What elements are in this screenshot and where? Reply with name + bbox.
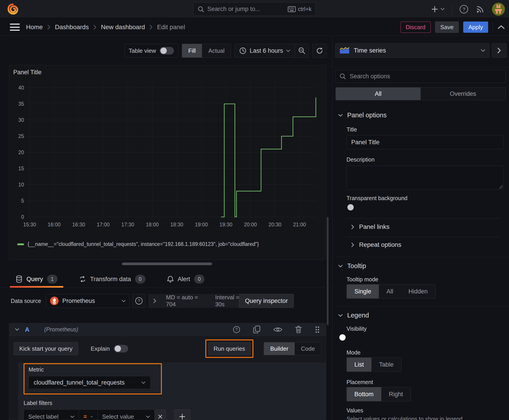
panel-options-heading[interactable]: Panel options — [338, 112, 387, 119]
breadcrumb-dashboards[interactable]: Dashboards — [55, 23, 89, 31]
add-filter-button[interactable] — [174, 409, 190, 420]
apply-button[interactable]: Apply — [463, 22, 488, 33]
visualization-select[interactable]: Time series — [335, 43, 489, 58]
panel-options-title: Panel options — [347, 112, 387, 119]
query-help-icon[interactable]: ? — [233, 326, 241, 334]
user-avatar[interactable] — [492, 3, 505, 16]
svg-text:21:00: 21:00 — [293, 222, 306, 227]
grafana-logo-icon[interactable] — [7, 3, 19, 15]
repeat-options-label: Repeat options — [359, 241, 401, 248]
news-rss-icon[interactable] — [476, 5, 485, 14]
breadcrumb-home[interactable]: Home — [26, 23, 43, 31]
tab-alert-count: 0 — [194, 275, 205, 284]
tab-alert[interactable]: Alert 0 — [167, 271, 205, 287]
query-a-header[interactable]: A (Prometheus) ? — [9, 323, 326, 336]
svg-text:16:00: 16:00 — [48, 222, 61, 227]
global-search-input[interactable]: Search or jump to... ctrl+k — [193, 2, 316, 16]
panel-title-input[interactable] — [347, 135, 504, 149]
discard-button[interactable]: Discard — [401, 22, 431, 33]
duplicate-query-icon[interactable] — [253, 326, 261, 334]
code-option[interactable]: Code — [295, 342, 321, 355]
kick-start-button[interactable]: Kick start your query — [14, 342, 78, 355]
metric-select[interactable]: cloudflared_tunnel_total_requests — [29, 376, 151, 389]
time-series-chart[interactable]: 051015202530354015:3016:0016:3017:0017:3… — [9, 78, 326, 239]
divider — [332, 257, 509, 257]
new-menu-button[interactable] — [431, 6, 445, 13]
svg-text:?: ? — [138, 298, 140, 303]
datasource-select[interactable]: Prometheus — [46, 294, 129, 308]
svg-text:20:00: 20:00 — [244, 222, 257, 227]
panel-resize-handle[interactable] — [122, 262, 212, 265]
keyboard-shortcut-hint: ctrl+k — [288, 6, 311, 12]
chevron-right-icon — [153, 298, 156, 303]
edit-panel-main: Table view Fill Actual Last 6 hours — [0, 36, 332, 420]
search-options-placeholder: Search options — [350, 73, 390, 80]
tab-transform-data[interactable]: Transform data 0 — [79, 271, 145, 287]
search-icon — [198, 6, 204, 13]
chevron-down-icon — [441, 8, 445, 10]
panel-links-section[interactable]: Panel links — [351, 223, 389, 230]
hide-response-eye-icon[interactable] — [273, 326, 282, 333]
panel-links-label: Panel links — [359, 223, 389, 230]
svg-text:20:30: 20:30 — [268, 222, 281, 227]
legend-placement-right-option[interactable]: Right — [381, 387, 411, 401]
query-editor-body: Kick start your query Explain Run querie… — [9, 336, 326, 420]
operator-dropdown[interactable]: = — [79, 409, 98, 420]
query-inspector-button[interactable]: Query inspector — [239, 294, 294, 308]
refresh-icon — [316, 47, 323, 54]
tooltip-single-option[interactable]: Single — [347, 285, 379, 298]
legend-heading[interactable]: Legend — [338, 312, 369, 319]
legend-placement-bottom-option[interactable]: Bottom — [347, 387, 381, 401]
time-series-viz-icon — [339, 47, 350, 54]
legend-mode-segmented: List Table — [347, 357, 402, 372]
tooltip-hidden-option[interactable]: Hidden — [401, 285, 435, 298]
select-value-dropdown[interactable]: Select value — [97, 409, 155, 420]
tab-overrides[interactable]: Overrides — [421, 88, 505, 100]
fill-option[interactable]: Fill — [182, 44, 202, 57]
values-label: Values — [347, 407, 363, 414]
chevron-down-icon — [338, 114, 343, 117]
chart-legend[interactable]: {__name__="cloudflared_tunnel_total_requ… — [17, 241, 259, 247]
help-icon[interactable]: ? — [459, 5, 469, 14]
time-range-button[interactable]: Last 6 hours — [235, 47, 295, 54]
database-icon — [16, 275, 23, 283]
query-options-summary[interactable]: MD = auto = 704 Interval = 30s — [148, 294, 253, 308]
explain-toggle[interactable] — [114, 345, 128, 352]
refresh-button[interactable] — [312, 44, 327, 58]
tab-query[interactable]: Query 1 — [16, 271, 57, 287]
chevron-up-icon[interactable] — [497, 25, 505, 29]
repeat-options-section[interactable]: Repeat options — [351, 241, 401, 248]
tooltip-heading[interactable]: Tooltip — [338, 262, 366, 270]
remove-query-trash-icon[interactable] — [295, 326, 302, 334]
toggle-viz-picker-button[interactable] — [492, 43, 507, 58]
builder-option[interactable]: Builder — [264, 342, 295, 355]
menu-toggle-icon[interactable] — [10, 23, 20, 31]
select-label-dropdown[interactable]: Select label — [23, 409, 79, 420]
tab-transform-count: 0 — [135, 275, 145, 284]
actual-option[interactable]: Actual — [202, 44, 231, 57]
plus-icon — [179, 413, 185, 420]
legend-mode-list-option[interactable]: List — [347, 358, 372, 372]
remove-filter-button[interactable] — [154, 409, 166, 420]
legend-mode-table-option[interactable]: Table — [372, 358, 401, 372]
svg-text:18:00: 18:00 — [146, 222, 159, 227]
tab-query-label: Query — [26, 276, 43, 283]
table-view-toggle[interactable] — [160, 47, 174, 54]
tooltip-all-option[interactable]: All — [379, 285, 401, 298]
fill-actual-segmented: Fill Actual — [182, 44, 231, 58]
breadcrumb-bar: Home Dashboards New dashboard Edit panel… — [0, 19, 509, 36]
save-button[interactable]: Save — [435, 22, 459, 33]
tooltip-mode-segmented: Single All Hidden — [347, 284, 436, 299]
datasource-help-button[interactable]: ? — [132, 294, 146, 308]
chevron-down-icon — [338, 265, 343, 267]
description-textarea[interactable] — [347, 166, 504, 190]
resize-handle-icon[interactable] — [498, 184, 502, 188]
tab-all[interactable]: All — [336, 88, 421, 100]
search-options-input[interactable]: Search options — [335, 70, 506, 83]
zoom-out-icon[interactable] — [295, 44, 309, 57]
drag-handle-icon[interactable] — [315, 326, 320, 334]
legend-series-label: {__name__="cloudflared_tunnel_total_requ… — [28, 241, 259, 247]
run-queries-button[interactable]: Run queries — [208, 342, 251, 355]
edit-actions: Discard Save Apply — [401, 22, 505, 33]
breadcrumb-new-dashboard[interactable]: New dashboard — [101, 23, 145, 31]
